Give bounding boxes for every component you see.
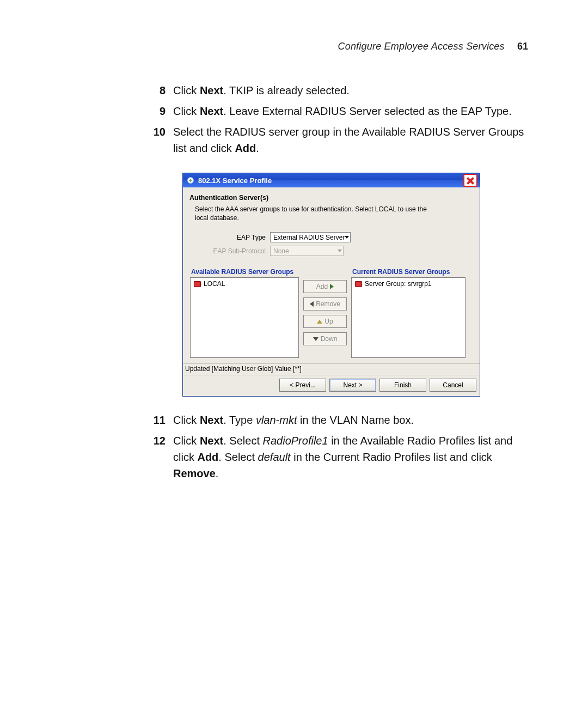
step-text: Click Next. TKIP is already selected. xyxy=(173,82,528,99)
step-9: 9 Click Next. Leave External RADIUS Serv… xyxy=(147,103,528,119)
list-item[interactable]: LOCAL xyxy=(193,279,296,288)
wizard-button-row: < Previ... Next > Finish Cancel xyxy=(183,375,480,396)
eap-type-label: EAP Type xyxy=(206,234,266,241)
server-group-columns: Available RADIUS Server Groups LOCAL Add xyxy=(189,268,473,358)
chevron-down-icon xyxy=(338,249,342,252)
select-value: External RADIUS Server xyxy=(273,234,345,241)
eap-type-select[interactable]: External RADIUS Server xyxy=(270,232,351,242)
step-8: 8 Click Next. TKIP is already selected. xyxy=(147,82,528,99)
running-header: Configure Employee Access Services 61 xyxy=(60,41,528,52)
step-text: Click Next. Type vlan-mkt in the VLAN Na… xyxy=(173,412,528,428)
arrow-down-icon xyxy=(313,337,318,341)
app-icon xyxy=(186,176,195,185)
button-label: Add xyxy=(316,283,328,290)
add-button[interactable]: Add xyxy=(303,280,347,293)
cancel-button[interactable]: Cancel xyxy=(430,379,476,392)
step-number: 9 xyxy=(147,103,166,119)
step-text: Click Next. Select RadioProfile1 in the … xyxy=(173,433,528,482)
available-column: Available RADIUS Server Groups LOCAL xyxy=(190,268,299,358)
server-icon xyxy=(355,281,362,287)
current-listbox[interactable]: Server Group: srvrgrp1 xyxy=(351,277,465,358)
available-listbox[interactable]: LOCAL xyxy=(190,277,299,358)
status-text: Updated [Matching User Glob] Value [**] xyxy=(185,365,302,373)
arrow-left-icon xyxy=(310,301,314,307)
remove-button[interactable]: Remove xyxy=(303,297,347,311)
step-number: 11 xyxy=(147,412,166,428)
current-column: Current RADIUS Server Groups Server Grou… xyxy=(351,268,465,358)
step-12: 12 Click Next. Select RadioProfile1 in t… xyxy=(147,433,528,482)
dialog-title: 802.1X Service Profile xyxy=(198,176,463,185)
step-10: 10 Select the RADIUS server group in the… xyxy=(147,124,528,156)
finish-button[interactable]: Finish xyxy=(379,379,426,392)
dialog-802-1x-service-profile: 802.1X Service Profile Authentication Se… xyxy=(182,173,480,397)
up-button[interactable]: Up xyxy=(303,315,347,328)
down-button[interactable]: Down xyxy=(303,332,347,345)
page: Configure Employee Access Services 61 8 … xyxy=(0,0,588,706)
button-label: Up xyxy=(324,318,333,325)
dialog-heading: Authentication Server(s) xyxy=(189,194,473,202)
select-value: None xyxy=(273,247,289,255)
arrow-up-icon xyxy=(317,320,322,324)
arrow-right-icon xyxy=(330,284,334,289)
list-item-label: Server Group: srvrgrp1 xyxy=(365,280,432,288)
eap-subprotocol-select: None xyxy=(270,246,344,256)
dialog-body: Authentication Server(s) Select the AAA … xyxy=(183,187,480,358)
list-item-label: LOCAL xyxy=(204,280,225,288)
dialog-description: Select the AAA server groups to use for … xyxy=(195,205,429,222)
section-title: Configure Employee Access Services xyxy=(338,41,505,52)
chevron-down-icon xyxy=(345,236,349,239)
step-number: 12 xyxy=(147,433,166,482)
step-11: 11 Click Next. Type vlan-mkt in the VLAN… xyxy=(147,412,528,428)
previous-button[interactable]: < Previ... xyxy=(279,379,326,392)
status-bar: Updated [Matching User Glob] Value [**] xyxy=(183,363,480,375)
button-label: Down xyxy=(321,335,338,343)
instruction-list-top: 8 Click Next. TKIP is already selected. … xyxy=(60,82,528,156)
close-icon[interactable] xyxy=(463,174,477,187)
available-title: Available RADIUS Server Groups xyxy=(191,268,299,276)
server-icon xyxy=(194,281,201,287)
eap-type-row: EAP Type External RADIUS Server xyxy=(206,232,473,242)
step-number: 10 xyxy=(147,124,166,156)
instruction-list-bottom: 11 Click Next. Type vlan-mkt in the VLAN… xyxy=(60,412,528,482)
transfer-buttons: Add Remove Up Down xyxy=(303,280,347,358)
next-button[interactable]: Next > xyxy=(329,379,376,392)
list-item[interactable]: Server Group: srvrgrp1 xyxy=(354,279,463,288)
page-number: 61 xyxy=(517,41,528,52)
eap-subprotocol-row: EAP Sub-Protocol None xyxy=(206,246,473,256)
dialog-figure: 802.1X Service Profile Authentication Se… xyxy=(182,173,479,397)
dialog-titlebar[interactable]: 802.1X Service Profile xyxy=(183,173,480,187)
eap-subprotocol-label: EAP Sub-Protocol xyxy=(206,247,266,255)
step-text: Click Next. Leave External RADIUS Server… xyxy=(173,103,528,119)
step-number: 8 xyxy=(147,82,166,99)
step-text: Select the RADIUS server group in the Av… xyxy=(173,124,528,156)
button-label: Remove xyxy=(316,300,340,308)
current-title: Current RADIUS Server Groups xyxy=(352,268,465,276)
